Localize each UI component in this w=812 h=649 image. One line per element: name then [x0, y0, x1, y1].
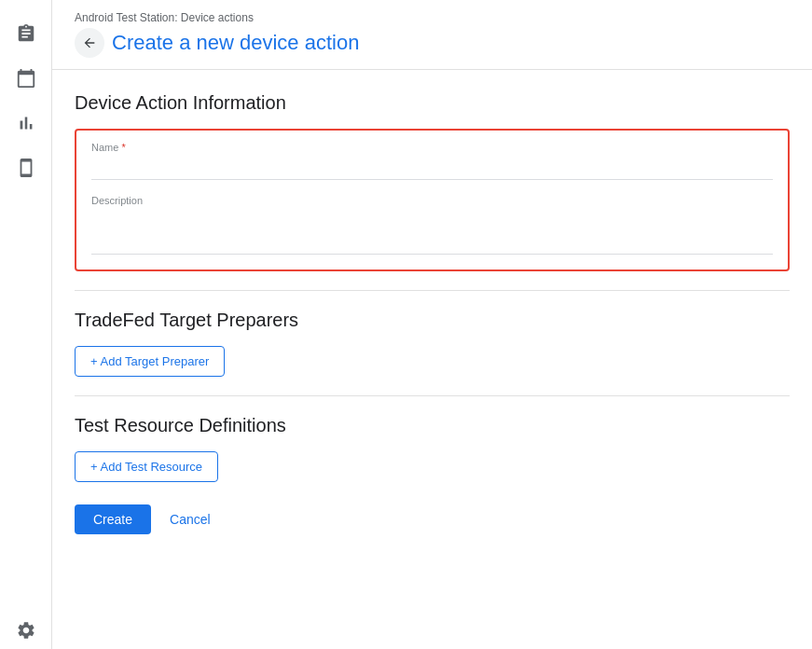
divider-1 [75, 290, 790, 291]
page-title-row: Create a new device action [75, 28, 790, 58]
description-label: Description [91, 195, 773, 206]
main-content: Android Test Station: Device actions Cre… [52, 0, 812, 649]
name-field: Name * [91, 142, 773, 180]
cancel-button[interactable]: Cancel [158, 504, 222, 534]
tradefed-title: TradeFed Target Preparers [75, 310, 790, 331]
sidebar-item-analytics[interactable] [7, 104, 45, 142]
description-input[interactable] [91, 210, 773, 255]
name-label: Name * [91, 142, 773, 153]
sidebar-item-settings[interactable] [7, 612, 45, 649]
form-actions: Create Cancel [75, 504, 790, 534]
sidebar [0, 0, 52, 649]
create-button[interactable]: Create [75, 504, 151, 534]
page-header: Android Test Station: Device actions Cre… [52, 0, 812, 70]
device-action-section: Device Action Information Name * Descrip… [75, 92, 790, 271]
content-area: Device Action Information Name * Descrip… [52, 70, 812, 649]
sidebar-item-calendar[interactable] [7, 60, 45, 97]
name-input[interactable] [91, 157, 773, 180]
add-test-resource-button[interactable]: + Add Test Resource [75, 451, 218, 482]
back-button[interactable] [75, 28, 104, 58]
sidebar-item-device[interactable] [7, 149, 45, 186]
test-resource-section: Test Resource Definitions + Add Test Res… [75, 415, 790, 482]
breadcrumb: Android Test Station: Device actions [75, 11, 790, 24]
add-target-preparer-button[interactable]: + Add Target Preparer [75, 346, 225, 377]
tradefed-section: TradeFed Target Preparers + Add Target P… [75, 310, 790, 377]
test-resource-title: Test Resource Definitions [75, 415, 790, 436]
page-title: Create a new device action [112, 31, 359, 55]
divider-2 [75, 395, 790, 396]
device-action-title: Device Action Information [75, 92, 790, 114]
sidebar-item-clipboard[interactable] [7, 15, 45, 52]
description-field: Description [91, 195, 773, 258]
form-card: Name * Description [75, 129, 790, 271]
